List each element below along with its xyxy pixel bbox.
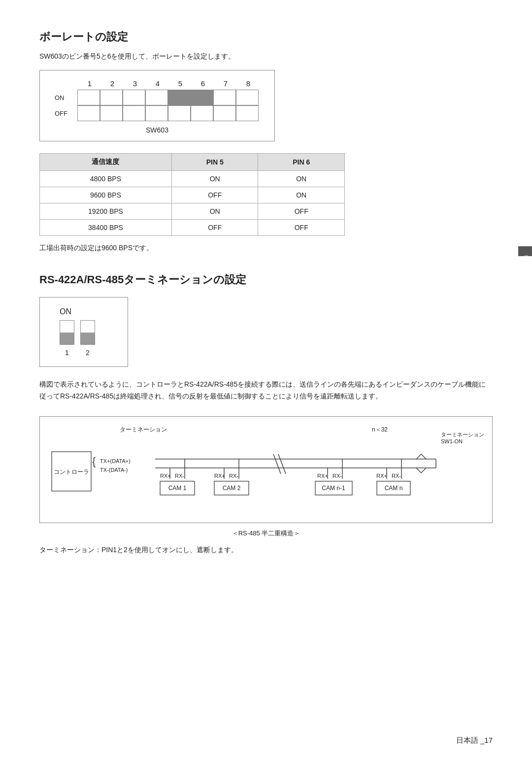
description-text: 構図で表示されているように、コントローラとRS-422A/RS-485を接続する… (39, 379, 493, 402)
camn1-rx-minus: RX- (332, 473, 342, 479)
sw-on-4 (145, 90, 168, 105)
cam1-rx-plus: RX+ (160, 473, 171, 479)
sw-num-7: 7 (214, 79, 237, 88)
termination-note: ターミネーション：PIN1と2を使用してオンにし、遮断します。 (39, 546, 493, 555)
n32-label: n＜32 (372, 426, 388, 433)
sw-off-row: OFF (55, 105, 260, 121)
on-switch-2-bottom (81, 333, 95, 345)
sw-off-8 (236, 105, 259, 121)
termination-left-label: ターミネーション (120, 426, 167, 433)
camn-label: CAM n (385, 485, 403, 492)
tx-plus-label: TX+(DATA+) (100, 458, 131, 464)
on-switch-1-top (60, 321, 74, 333)
sw-num-4: 4 (146, 79, 169, 88)
sw-num-2: 2 (101, 79, 124, 88)
on-switch-1 (60, 320, 74, 345)
sw-off-5 (168, 105, 191, 121)
cell-pin6-1: ON (258, 171, 345, 187)
table-row: 4800 BPS ON ON (40, 171, 345, 187)
cell-pin5-1: ON (171, 171, 258, 187)
network-diagram: ターミネーション n＜32 ターミネーション SW1-ON コントローラ { T… (39, 416, 493, 523)
cell-speed-3: 19200 BPS (40, 203, 172, 220)
table-row: 9600 BPS OFF ON (40, 187, 345, 203)
table-header-pin5: PIN 5 (171, 154, 258, 171)
sw-off-3 (123, 105, 145, 121)
sw-off-1 (77, 105, 100, 121)
table-header-speed: 通信速度 (40, 154, 172, 171)
sw-on-1 (77, 90, 100, 105)
sw-on-cells (77, 90, 259, 105)
cell-pin5-4: OFF (171, 220, 258, 236)
cell-pin6-3: OFF (258, 203, 345, 220)
cell-pin5-2: OFF (171, 187, 258, 203)
cell-pin5-3: ON (171, 203, 258, 220)
sw-off-7 (213, 105, 236, 121)
cam1-rx-minus: RX- (175, 473, 184, 479)
sw-on-3 (123, 90, 145, 105)
termination-right-label: ターミネーション (441, 431, 484, 437)
table-row: 38400 BPS OFF OFF (40, 220, 345, 236)
sw-on-7 (213, 90, 236, 105)
sw-on-8 (236, 90, 259, 105)
camn1-rx-plus: RX+ (317, 473, 328, 479)
network-diagram-container: ターミネーション n＜32 ターミネーション SW1-ON コントローラ { T… (39, 416, 493, 538)
section-title-rs: RS-422A/RS-485ターミネーションの設定 (39, 272, 493, 287)
cam2-rx-minus: RX- (229, 473, 238, 479)
sw603-diagram: 1 2 3 4 5 6 7 8 ON OFF (39, 70, 275, 141)
on-label: ON (60, 307, 113, 316)
on-switch-diagram: ON 1 2 (39, 297, 128, 367)
sw-num-8: 8 (237, 79, 260, 88)
rs-section: RS-422A/RS-485ターミネーションの設定 ON 1 2 構図で表示され… (39, 272, 493, 555)
table-header-pin6: PIN 6 (258, 154, 345, 171)
network-diagram-svg: ターミネーション n＜32 ターミネーション SW1-ON コントローラ { T… (47, 425, 490, 513)
sw-on-row: ON (55, 90, 260, 105)
baud-table: 通信速度 PIN 5 PIN 6 4800 BPS ON ON 9600 BPS… (39, 153, 345, 236)
sw-num-1: 1 (78, 79, 101, 88)
camn1-label: CAM n-1 (322, 485, 345, 492)
sw-num-3: 3 (124, 79, 146, 88)
sw-off-6 (191, 105, 213, 121)
on-switches-row (60, 320, 113, 345)
table-row: 19200 BPS ON OFF (40, 203, 345, 220)
sw-on-2 (100, 90, 123, 105)
camn-rx-minus: RX- (392, 473, 401, 479)
sw1-on-label: SW1-ON (441, 438, 463, 444)
intro-text: SW603のピン番号5と6を使用して、ボーレートを設定します。 (39, 52, 493, 61)
sw-off-cells (77, 105, 259, 121)
on-switch-2 (80, 320, 95, 345)
cam2-rx-plus: RX+ (214, 473, 225, 479)
on-num-1: 1 (60, 349, 74, 357)
sw-num-5: 5 (169, 79, 192, 88)
cam1-label: CAM 1 (168, 485, 187, 492)
side-tab: 日本語 (518, 246, 532, 256)
on-num-2: 2 (80, 349, 95, 357)
on-switch-1-bottom (60, 333, 74, 345)
cell-pin6-4: OFF (258, 220, 345, 236)
sw-off-4 (145, 105, 168, 121)
sw-caption: SW603 (55, 126, 260, 134)
brace-open: { (92, 455, 96, 467)
on-numbers-row: 1 2 (60, 349, 113, 357)
camn-rx-plus: RX+ (376, 473, 387, 479)
sw-on-5 (168, 90, 191, 105)
cell-speed-4: 38400 BPS (40, 220, 172, 236)
factory-text: 工場出荷時の設定は9600 BPSです。 (39, 244, 493, 253)
termination-loop2 (416, 468, 426, 473)
sw-numbers-row: 1 2 3 4 5 6 7 8 (78, 79, 260, 88)
sw-off-label: OFF (55, 110, 77, 117)
on-switch-2-top (81, 321, 95, 333)
cell-pin6-2: ON (258, 187, 345, 203)
section-title-baudrate: ボーレートの設定 (39, 30, 493, 44)
sw-num-6: 6 (192, 79, 214, 88)
diagram-caption: ＜RS-485 半二重構造＞ (39, 529, 493, 538)
sw-off-2 (100, 105, 123, 121)
cell-speed-1: 4800 BPS (40, 171, 172, 187)
sw-on-label: ON (55, 94, 77, 101)
tx-minus-label: TX-(DATA-) (100, 467, 128, 473)
termination-loop (416, 454, 426, 459)
page-footer: 日本語 _17 (456, 736, 493, 745)
sw-on-6 (191, 90, 213, 105)
controller-label: コントローラ (54, 468, 89, 475)
cam2-label: CAM 2 (223, 485, 241, 492)
cell-speed-2: 9600 BPS (40, 187, 172, 203)
